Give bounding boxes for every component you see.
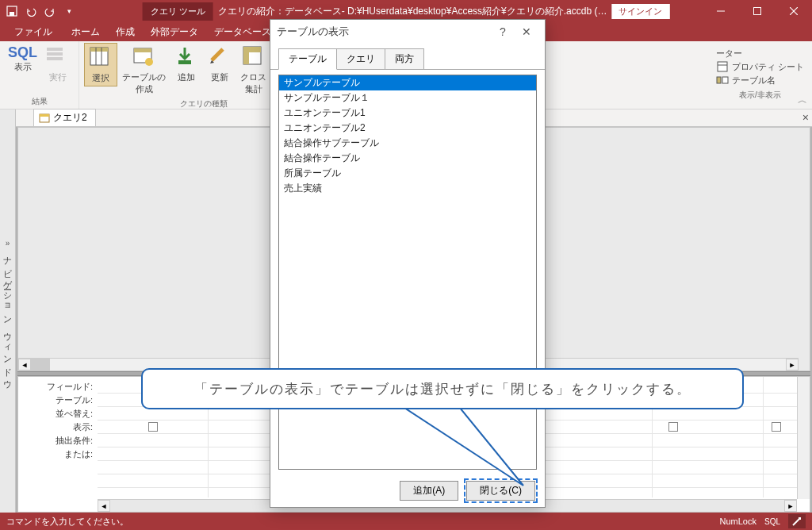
append-icon [174,44,199,70]
grid-show-checkbox[interactable] [148,422,158,432]
scroll-left-icon[interactable]: ◄ [98,500,110,512]
svg-rect-8 [47,57,63,60]
grid-label-show: 表示: [18,421,98,434]
svg-rect-27 [717,77,721,83]
ribbon-run-button[interactable]: 実行 [42,43,74,85]
status-sql-label[interactable]: SQL [764,517,780,526]
list-item[interactable]: 売上実績 [279,181,536,196]
ribbon-view-button[interactable]: SQL 表示 [5,43,40,75]
save-icon[interactable] [6,6,17,17]
svg-rect-14 [134,48,151,52]
ribbon-group-showhide: 表示/非表示 [739,88,781,102]
svg-point-15 [145,58,153,66]
list-item[interactable]: ユニオンテーブル1 [279,106,536,121]
svg-rect-30 [40,114,49,117]
dialog-tab-both[interactable]: 両方 [385,48,424,69]
ribbon-tablenames-button[interactable]: テーブル名 [716,74,804,86]
ribbon-propsheet-button[interactable]: プロパティ シート [716,60,804,73]
signin-button[interactable]: サインイン [611,4,669,19]
run-icon [45,44,71,70]
ribbon-select-button[interactable]: 選択 [84,43,117,86]
callout-text: 「テーブルの表示」でテーブルは選択せずに「閉じる」をクリックする。 [194,380,691,398]
status-bar: コマンドを入力してください。 NumLock SQL [0,513,812,530]
menu-create[interactable]: 作成 [108,22,143,42]
svg-rect-3 [754,8,761,15]
statusbar-designview-icon[interactable] [788,514,806,528]
contextual-tab-label: クエリ ツール [143,2,213,21]
menu-external[interactable]: 外部データ [143,22,206,42]
instruction-callout: 「テーブルの表示」でテーブルは選択せずに「閉じる」をクリックする。 [141,368,744,409]
dialog-tab-tables[interactable]: テーブル [278,48,337,70]
svg-rect-31 [799,517,801,520]
maketable-icon [132,44,157,70]
ribbon-crosstab-button[interactable]: クロス 集計 [237,43,270,97]
dialog-titlebar: テーブルの表示 ? ✕ [270,20,545,44]
scroll-right-icon[interactable]: ► [784,500,797,512]
scroll-right-icon[interactable]: ► [786,359,799,371]
select-query-icon [88,45,113,71]
dialog-tab-queries[interactable]: クエリ [336,48,385,69]
grid-label-or: または: [18,447,98,461]
ribbon-group-results: 結果 [32,94,48,109]
menu-home[interactable]: ホーム [63,22,108,42]
grid-label-table: テーブル: [18,394,98,407]
grid-label-field: フィールド: [18,380,98,394]
svg-marker-32 [404,408,523,486]
svg-rect-6 [47,48,63,51]
minimize-button[interactable] [703,0,739,22]
grid-label-sort: 並べ替え: [18,407,98,421]
navigation-pane-collapsed[interactable]: » ナビゲーション ウィンドウ [0,109,16,513]
list-item[interactable]: サンプルテーブル [279,75,536,90]
dialog-help-button[interactable]: ? [491,21,515,43]
query-icon [39,113,50,124]
crosstab-icon [241,44,266,70]
close-button[interactable] [776,0,812,22]
navpane-expand-icon[interactable]: » [6,236,10,251]
dialog-close-icon[interactable]: ✕ [515,21,538,43]
navpane-label: ナビゲーション ウィンドウ [2,251,13,386]
grid-show-checkbox[interactable] [772,422,781,432]
ribbon-maketable-button[interactable]: テーブルの 作成 [119,43,169,97]
document-tab-close[interactable]: × [802,111,809,124]
status-numlock: NumLock [720,517,756,526]
list-item[interactable]: サンプルテーブル１ [279,90,536,106]
list-item[interactable]: 所属テーブル [279,166,536,181]
ribbon-collapse-button[interactable]: ︿ [798,94,807,107]
list-item[interactable]: 結合操作テーブル [279,151,536,166]
scroll-thumb[interactable] [31,359,50,371]
ribbon-param-remainder: ーター [716,48,804,60]
status-hint: コマンドを入力してください。 [6,516,128,528]
undo-icon[interactable] [25,6,36,17]
document-tab[interactable]: クエリ2 [33,109,96,126]
svg-rect-16 [178,60,191,64]
menu-file[interactable]: ファイル [3,22,63,42]
redo-icon[interactable] [44,6,56,17]
svg-rect-25 [718,62,727,71]
maximize-button[interactable] [739,0,776,22]
ribbon-update-button[interactable]: 更新 [204,43,236,85]
grid-show-checkbox[interactable] [668,422,678,432]
qat-customize-icon[interactable]: ▾ [63,6,75,17]
svg-rect-7 [47,52,63,56]
dialog-tabs: テーブル クエリ 両方 [270,44,545,70]
update-icon [207,44,232,70]
list-item[interactable]: 結合操作サブテーブル [279,136,536,151]
ribbon-append-button[interactable]: 追加 [170,43,202,85]
dialog-title: テーブルの表示 [277,25,349,39]
grid-label-criteria: 抽出条件: [18,434,98,447]
callout-pointer [396,408,555,495]
scroll-left-icon[interactable]: ◄ [18,359,31,371]
document-tab-label: クエリ2 [53,111,87,125]
grid-vscrollbar[interactable] [797,377,810,499]
list-item[interactable]: ユニオンテーブル2 [279,121,536,136]
window-title: クエリの紹介：データベース- D:¥HUserdata¥desktop¥Acce… [218,5,607,18]
sql-text: SQL [8,44,37,61]
svg-rect-1 [10,12,14,16]
svg-rect-10 [90,48,108,52]
svg-rect-19 [243,47,261,52]
grid-row-labels: フィールド: テーブル: 並べ替え: 表示: 抽出条件: または: [18,377,98,512]
svg-rect-28 [722,77,728,83]
